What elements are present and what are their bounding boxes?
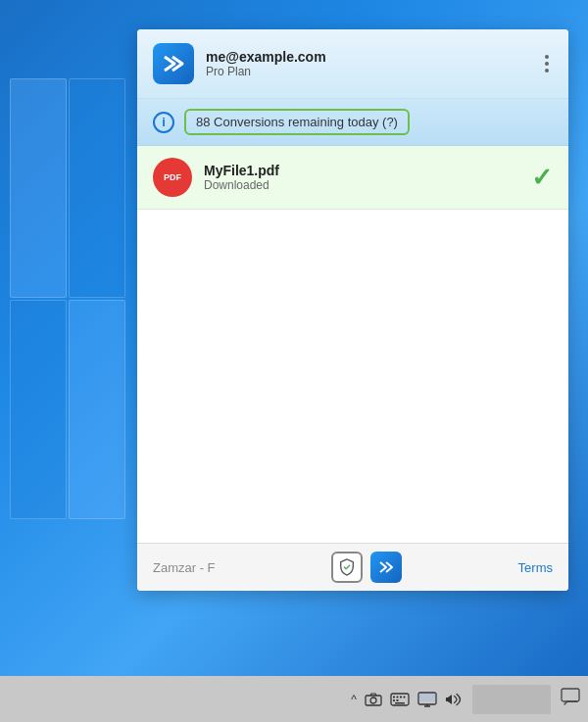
svg-point-1 [370, 698, 376, 703]
conversion-banner: i 88 Conversions remaining today (?) [137, 99, 568, 146]
desktop-background: me@example.com Pro Plan i 88 Conversions… [0, 0, 588, 722]
svg-rect-11 [418, 693, 436, 701]
pdf-label: PDF [164, 172, 181, 182]
content-area [137, 210, 568, 543]
user-email: me@example.com [206, 49, 326, 65]
taskbar-chat-icon[interactable] [561, 688, 580, 710]
svg-rect-4 [397, 696, 399, 698]
svg-rect-8 [397, 699, 399, 701]
footer-brand-text: Zamzar - F [153, 560, 216, 575]
svg-rect-5 [400, 696, 402, 698]
footer-icon-group [331, 552, 402, 583]
win-pane-top-left [10, 78, 67, 298]
popup-footer: Zamzar - F Terms [137, 543, 568, 591]
taskbar-system-icons: ^ [351, 692, 463, 707]
taskbar-camera-icon [365, 693, 382, 706]
more-dot-2 [545, 62, 549, 66]
header-left: me@example.com Pro Plan [153, 43, 326, 84]
more-dot-1 [545, 55, 549, 59]
taskbar-chevron-icon[interactable]: ^ [351, 693, 357, 706]
file-info: MyFile1.pdf Downloaded [204, 163, 519, 192]
popup-header: me@example.com Pro Plan [137, 29, 568, 99]
taskbar-notification-area [472, 685, 551, 714]
svg-rect-6 [404, 696, 406, 698]
desktop-window [10, 78, 125, 519]
conversion-count-badge: 88 Conversions remaining today (?) [184, 109, 410, 135]
pdf-file-icon: PDF [153, 158, 192, 197]
taskbar-monitor-icon [417, 692, 437, 707]
more-options-button[interactable] [541, 51, 553, 76]
user-plan: Pro Plan [206, 65, 326, 78]
zamzar-footer-icon-button[interactable] [370, 552, 402, 583]
file-item[interactable]: PDF MyFile1.pdf Downloaded ✓ [137, 146, 568, 210]
shield-icon-button[interactable] [331, 552, 363, 583]
popup-panel: me@example.com Pro Plan i 88 Conversions… [137, 29, 568, 591]
win-pane-bottom-right [69, 300, 125, 519]
info-icon: i [153, 112, 174, 133]
svg-rect-7 [393, 699, 395, 701]
download-complete-icon: ✓ [531, 163, 553, 193]
win-pane-top-right [69, 78, 125, 298]
zamzar-logo-icon [153, 43, 194, 84]
more-dot-3 [545, 69, 549, 72]
svg-rect-12 [562, 689, 579, 701]
header-text: me@example.com Pro Plan [206, 49, 326, 78]
svg-rect-3 [393, 696, 395, 698]
taskbar-keyboard-icon [390, 693, 410, 706]
taskbar: ^ [0, 676, 588, 722]
file-status: Downloaded [204, 178, 519, 192]
file-name: MyFile1.pdf [204, 163, 519, 178]
terms-link[interactable]: Terms [518, 560, 553, 575]
taskbar-volume-icon [445, 693, 463, 706]
win-pane-bottom-left [10, 300, 67, 519]
svg-rect-9 [395, 702, 405, 704]
